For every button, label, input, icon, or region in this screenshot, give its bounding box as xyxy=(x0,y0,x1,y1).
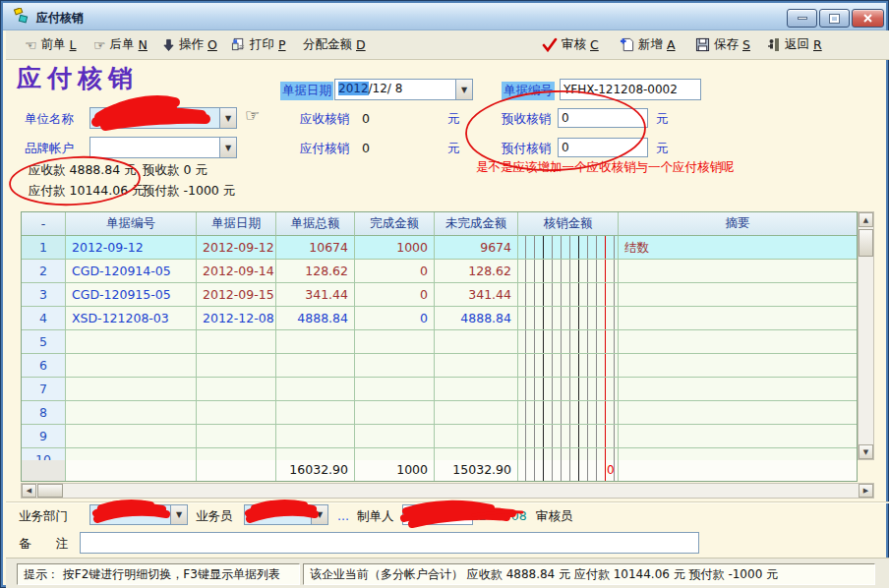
table-cell xyxy=(435,330,518,354)
pre-recv-writeoff-input[interactable] xyxy=(558,108,648,128)
ap-writeoff-value: 0 xyxy=(362,141,370,155)
col-header-done[interactable]: 完成金额 xyxy=(355,212,435,236)
table-cell: 128.62 xyxy=(276,260,355,283)
vertical-scroll-thumb[interactable] xyxy=(859,229,873,257)
table-cell: CGD-120914-05 xyxy=(66,260,197,283)
operate-button[interactable]: 操作O xyxy=(158,30,221,59)
scroll-right-icon[interactable]: ▶ xyxy=(859,484,873,498)
table-cell: 9 xyxy=(22,425,66,448)
table-cell: 9674 xyxy=(435,236,518,260)
close-icon xyxy=(863,14,872,23)
col-header-undone[interactable]: 未完成金额 xyxy=(435,212,518,236)
close-button[interactable] xyxy=(852,9,884,28)
salesman-combobox[interactable]: ▼ xyxy=(244,504,328,525)
table-cell: 2 xyxy=(22,260,66,283)
remark-input[interactable] xyxy=(80,532,699,554)
unit-name-label: 单位名称 xyxy=(25,111,74,128)
pre-pay-writeoff-label: 预付核销 xyxy=(502,141,551,157)
return-button[interactable]: 返回R xyxy=(763,30,826,59)
table-cell: 128.62 xyxy=(435,260,518,283)
horizontal-scroll-thumb[interactable] xyxy=(37,484,63,498)
horizontal-scrollbar[interactable]: ◀ ▶ xyxy=(21,483,874,499)
new-button[interactable]: 新增A xyxy=(616,30,680,59)
table-cell: 0 xyxy=(355,283,435,307)
table-row[interactable]: 10 xyxy=(22,448,857,460)
scroll-left-icon[interactable]: ◀ xyxy=(22,484,36,498)
table-cell: 2012-09-12 xyxy=(66,236,197,260)
col-header-doc-no[interactable]: 单据编号 xyxy=(66,212,197,236)
remark-label: 注 xyxy=(56,536,69,553)
table-cell xyxy=(276,330,355,354)
col-header-total[interactable]: 单据总额 xyxy=(276,212,355,236)
titlebar: 应付核销 xyxy=(3,3,886,30)
table-row[interactable]: 4XSD-121208-032012-12-084888.8404888.84 xyxy=(22,307,857,330)
col-header-doc-date[interactable]: 单据日期 xyxy=(197,212,276,236)
restore-button[interactable] xyxy=(819,9,850,28)
pre-pay-writeoff-input[interactable] xyxy=(558,138,648,157)
table-cell xyxy=(355,330,435,354)
col-header-rownum[interactable]: - xyxy=(22,212,66,236)
vertical-scrollbar[interactable]: ▲ ▼ xyxy=(858,211,874,460)
window-title: 应付核销 xyxy=(36,10,84,27)
print-button[interactable]: 打印P xyxy=(227,30,290,59)
table-cell xyxy=(276,378,355,401)
table-cell: 1000 xyxy=(355,236,435,260)
table-row[interactable]: 6 xyxy=(22,354,857,378)
table-cell xyxy=(66,448,197,460)
prev-doc-button[interactable]: ☜ 前单L xyxy=(21,30,81,59)
auditor-label: 审核员 xyxy=(536,508,573,525)
table-row[interactable]: 3CGD-120915-052012-09-15341.440341.44 xyxy=(22,283,857,307)
chevron-down-icon[interactable]: ▼ xyxy=(170,505,187,524)
table-cell xyxy=(435,378,518,401)
unit-name-combobox[interactable]: ▼ xyxy=(89,107,237,129)
table-row[interactable]: 8 xyxy=(22,401,857,425)
allocate-amount-button[interactable]: 分配金额D xyxy=(299,30,370,59)
scroll-down-icon[interactable]: ▼ xyxy=(859,444,873,459)
brand-account-combobox[interactable]: ▼ xyxy=(89,137,237,158)
more-link[interactable]: ... xyxy=(337,508,349,523)
new-doc-icon xyxy=(620,37,634,52)
table-cell: 2012-12-08 xyxy=(197,307,276,330)
table-cell xyxy=(355,354,435,378)
chevron-down-icon[interactable]: ▼ xyxy=(219,108,236,128)
table-cell xyxy=(619,448,857,460)
chevron-down-icon[interactable]: ▼ xyxy=(455,80,472,99)
table-totals-row: 16032.90 1000 15032.90 0 0 xyxy=(22,460,857,481)
table-cell xyxy=(197,425,276,448)
printer-icon xyxy=(231,37,246,52)
ar-writeoff-value: 0 xyxy=(362,111,370,126)
pre-recv-balance: 预收款 0 元 xyxy=(143,162,207,179)
table-row[interactable]: 5 xyxy=(22,330,857,354)
table-cell xyxy=(619,260,857,283)
hand-right-icon: ☞ xyxy=(93,38,106,52)
brand-account-value xyxy=(90,138,219,157)
table-cell xyxy=(435,425,518,448)
col-header-memo[interactable]: 摘要 xyxy=(619,212,857,236)
dept-combobox[interactable]: ▼ xyxy=(89,504,188,525)
doc-date-combobox[interactable]: 2012/12/ 8 ▼ xyxy=(334,79,473,100)
doc-no-input[interactable] xyxy=(560,79,701,100)
table-row[interactable]: 2CGD-120914-052012-09-14128.620128.62 xyxy=(22,260,857,283)
scroll-up-icon[interactable]: ▲ xyxy=(859,212,873,227)
minimize-button[interactable] xyxy=(787,9,817,28)
table-row[interactable]: 12012-09-122012-09-121067410009674结数 xyxy=(22,236,857,260)
table-row[interactable]: 7 xyxy=(22,378,857,401)
chevron-down-icon[interactable]: ▼ xyxy=(311,505,327,524)
table-cell xyxy=(518,307,619,330)
table-cell: 6 xyxy=(22,354,66,378)
table-cell xyxy=(66,401,197,425)
doc-date-value: 2012/12/ 8 xyxy=(335,80,455,99)
pointing-finger-icon[interactable]: ☞ xyxy=(245,105,260,125)
ar-writeoff-label: 应收核销 xyxy=(300,111,349,128)
table-cell: 8 xyxy=(22,401,66,425)
table-cell xyxy=(355,425,435,448)
audit-button[interactable]: 审核C xyxy=(538,30,603,59)
table-cell xyxy=(518,283,619,307)
col-header-writeoff[interactable]: 核销金额 xyxy=(518,212,619,236)
table-row[interactable]: 9 xyxy=(22,425,857,448)
remark-label: 备 xyxy=(19,536,31,553)
save-button[interactable]: 保存S xyxy=(691,30,754,59)
chevron-down-icon[interactable]: ▼ xyxy=(219,138,236,157)
maker-date: 2012-12-08 xyxy=(455,508,527,523)
next-doc-button[interactable]: ☞ 后单N xyxy=(89,30,151,59)
